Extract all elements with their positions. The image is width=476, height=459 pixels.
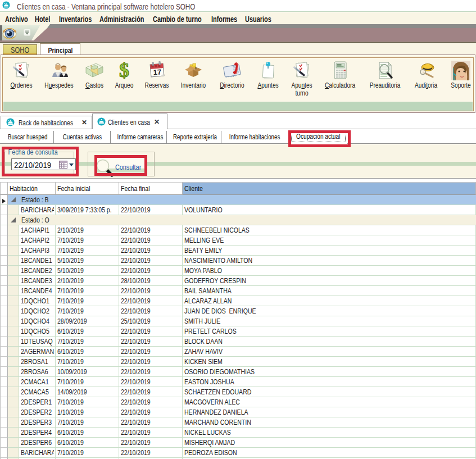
svg-text:$: $ [119,60,129,80]
svg-text:17: 17 [153,67,162,76]
